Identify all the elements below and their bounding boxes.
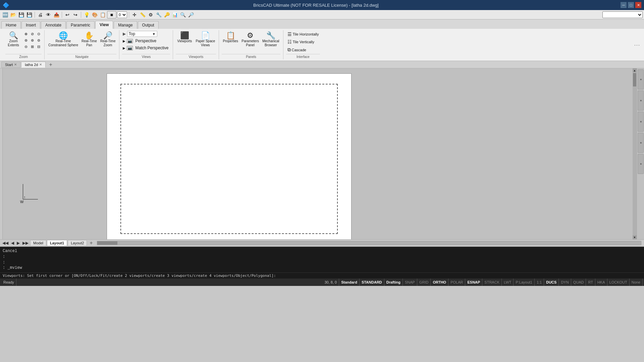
right-panel-icon-5[interactable]: ≡ xyxy=(638,154,644,174)
zoom-extents-btn[interactable]: 🔍 ZoomExtents xyxy=(5,31,21,48)
status-ortho[interactable]: ORTHO xyxy=(431,279,448,286)
minimize-button[interactable]: ─ xyxy=(621,2,627,8)
tab-parametric[interactable]: Parametric xyxy=(66,21,95,29)
layout-nav-next[interactable]: ▶ xyxy=(16,241,21,245)
tool1-button[interactable]: ⚙ xyxy=(147,11,154,18)
perspective-btn[interactable]: Perspective xyxy=(134,38,158,44)
zoom-btn-4[interactable]: ⊚ xyxy=(23,37,29,43)
vscroll-down[interactable]: ▼ xyxy=(633,235,637,239)
status-drafting[interactable]: Drafting xyxy=(384,279,403,286)
layout-tab-add[interactable]: + xyxy=(88,240,95,246)
properties-btn[interactable]: 📋 Properties xyxy=(222,31,239,44)
tab-manage[interactable]: Manage xyxy=(114,21,137,29)
status-polar[interactable]: POLAR xyxy=(448,279,465,286)
zoom-btn-5[interactable]: ⊛ xyxy=(29,37,35,43)
status-esnap[interactable]: ESNAP xyxy=(465,279,482,286)
tile-vertically-btn[interactable]: ☷ Tile Vertically xyxy=(286,39,316,45)
status-none[interactable]: None xyxy=(630,279,643,286)
status-quad[interactable]: QUAD xyxy=(571,279,586,286)
print-button[interactable]: 🖨 xyxy=(37,11,44,18)
save-button[interactable]: 💾 xyxy=(17,11,25,18)
tab-annotate[interactable]: Annotate xyxy=(41,21,66,29)
hscroll-thumb[interactable] xyxy=(97,241,117,245)
tool3-button[interactable]: 🔑 xyxy=(163,11,170,18)
light-button[interactable]: 💡 xyxy=(83,11,90,18)
right-panel-icon-3[interactable]: ≡ xyxy=(638,112,644,132)
status-rt[interactable]: RT xyxy=(586,279,595,286)
zoom-btn-9[interactable]: ⊟ xyxy=(36,44,42,50)
status-hka[interactable]: HKA xyxy=(595,279,607,286)
view-dropdown[interactable]: Top ▼ xyxy=(127,31,157,37)
vscroll[interactable]: ▲ ▼ xyxy=(633,68,637,239)
doc-tab-latha-close[interactable]: ✕ xyxy=(39,63,42,66)
realtime-pan-btn[interactable]: ✋ Real-TimePan xyxy=(80,31,98,48)
zoom-btn-1[interactable]: ⊕ xyxy=(23,31,29,37)
tab-home[interactable]: Home xyxy=(1,21,21,29)
layout-tab-layout1[interactable]: Layout1 xyxy=(47,240,67,246)
zoom-btn-7[interactable]: ⊝ xyxy=(23,44,29,50)
match-perspective-btn[interactable]: Match Perspective xyxy=(134,45,170,51)
parameters-panel-btn[interactable]: ⚙ ParametersPanel xyxy=(240,31,260,48)
paper-space-views-btn[interactable]: 📄 Paper SpaceViews xyxy=(195,31,216,48)
doc-tab-add[interactable]: + xyxy=(46,61,55,68)
hscroll-track[interactable] xyxy=(97,241,641,245)
close-button[interactable]: ✕ xyxy=(635,2,641,8)
redo-button[interactable]: ↪ xyxy=(72,11,79,18)
zoom-btn-2[interactable]: ⊘ xyxy=(29,31,35,37)
tool5-button[interactable]: 🔍 xyxy=(179,11,186,18)
layout-nav-first[interactable]: ◀◀ xyxy=(1,241,9,245)
publish-button[interactable]: 📤 xyxy=(53,11,60,18)
color-number-select[interactable]: 0 xyxy=(117,11,127,18)
tab-output[interactable]: Output xyxy=(138,21,159,29)
layout-tab-model[interactable]: Model xyxy=(30,240,46,246)
layout-nav-prev[interactable]: ◀ xyxy=(10,241,15,245)
status-strack[interactable]: STRACK xyxy=(482,279,502,286)
status-grid[interactable]: GRID xyxy=(417,279,431,286)
right-panel-icon-4[interactable]: ≡ xyxy=(638,133,644,153)
realtime-zoom-btn[interactable]: 🔎 Real-TimeZoom xyxy=(99,31,117,48)
zoom-btn-3[interactable]: ⊙ xyxy=(36,31,42,37)
restore-button[interactable]: □ xyxy=(628,2,634,8)
status-standard[interactable]: Standard xyxy=(339,279,360,286)
doc-tab-latha[interactable]: latha 2d ✕ xyxy=(21,62,46,68)
right-panel-icon-1[interactable]: ≡ xyxy=(638,69,644,89)
measure-button[interactable]: 📏 xyxy=(139,11,146,18)
status-ducs[interactable]: DUCS xyxy=(544,279,559,286)
status-lockout[interactable]: LOCKOUT xyxy=(607,279,630,286)
layout-nav-last[interactable]: ▶▶ xyxy=(21,241,30,245)
search-button[interactable]: 🔎 xyxy=(187,11,195,18)
zoom-btn-8[interactable]: ⊞ xyxy=(29,44,35,50)
drawing-canvas[interactable]: ↑ W ▲ ▼ xyxy=(3,68,637,239)
status-standard2[interactable]: STANDARD xyxy=(360,279,384,286)
cascade-btn[interactable]: ⧉ Cascade xyxy=(286,46,308,53)
tool4-button[interactable]: 📊 xyxy=(171,11,178,18)
viewports-btn[interactable]: ⬛ Viewports xyxy=(176,31,193,44)
color-button[interactable]: ■ xyxy=(107,11,116,18)
ribbon-collapse-btn[interactable]: ⋯ xyxy=(633,40,641,50)
zoom-btn-6[interactable]: ⊜ xyxy=(36,37,42,43)
status-dyn[interactable]: DYN xyxy=(559,279,571,286)
tile-horizontally-btn[interactable]: ☰ Tile Horizontally xyxy=(286,31,320,38)
doc-tab-start[interactable]: Start ✕ xyxy=(1,62,20,68)
tool2-button[interactable]: 🔧 xyxy=(155,11,162,18)
doc-tab-start-close[interactable]: ✕ xyxy=(14,63,17,66)
preview-button[interactable]: 👁 xyxy=(45,11,52,18)
layer-button[interactable]: 📋 xyxy=(99,11,106,18)
status-scale[interactable]: 1:1 xyxy=(535,279,544,286)
workspace-select[interactable] xyxy=(602,11,643,18)
view-checkbox-2[interactable]: 📷 xyxy=(127,46,133,50)
saveas-button[interactable]: 💾 xyxy=(25,11,33,18)
status-playout[interactable]: P:Layout1 xyxy=(514,279,535,286)
undo-button[interactable]: ↩ xyxy=(64,11,71,18)
tab-insert[interactable]: Insert xyxy=(21,21,40,29)
vscroll-up[interactable]: ▲ xyxy=(633,68,637,72)
status-snap[interactable]: SNAP xyxy=(403,279,417,286)
tab-view[interactable]: View xyxy=(95,21,113,29)
mechanical-browser-btn[interactable]: 🔧 MechanicalBrowser xyxy=(261,31,280,48)
realtime-sphere-btn[interactable]: 🌐 Real-TimeConstrained Sphere xyxy=(47,31,79,48)
open-button[interactable]: 📂 xyxy=(9,11,17,18)
vscroll-thumb[interactable] xyxy=(633,73,636,86)
status-lwt[interactable]: LWT xyxy=(502,279,514,286)
layout-tab-layout2[interactable]: Layout2 xyxy=(68,240,87,246)
view-checkbox-1[interactable]: 📷 xyxy=(127,39,133,43)
